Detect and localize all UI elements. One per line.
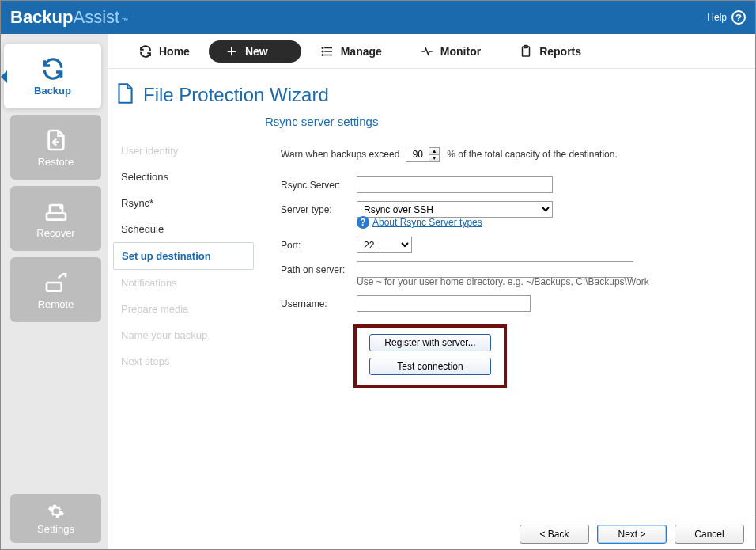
menu-home[interactable]: Home xyxy=(119,40,209,63)
warn-value-input[interactable] xyxy=(406,146,429,161)
about-rsync-link[interactable]: About Rsync Server types xyxy=(372,217,482,228)
wizard-header: File Protection Wizard xyxy=(108,69,755,115)
sidebar-item-restore[interactable]: Restore xyxy=(10,115,101,180)
step-rsync[interactable]: Rsync* xyxy=(113,190,254,216)
sidebar-remote-label: Remote xyxy=(38,298,74,310)
menu-reports[interactable]: Reports xyxy=(500,40,600,63)
app-body: Backup Restore Recover Remote Settings xyxy=(1,34,755,549)
cancel-button[interactable]: Cancel xyxy=(675,525,744,544)
sidebar-item-remote[interactable]: Remote xyxy=(10,257,101,322)
warn-label-pre: Warn when backups exceed xyxy=(281,149,399,160)
menu-home-label: Home xyxy=(159,45,190,58)
register-server-button[interactable]: Register with server... xyxy=(369,334,491,351)
step-setup-destination[interactable]: Set up destination xyxy=(113,242,254,270)
logo-text-b: Assist xyxy=(73,7,119,28)
menu-new-label: New xyxy=(245,45,268,58)
sidebar-item-backup[interactable]: Backup xyxy=(4,44,101,108)
clipboard-icon xyxy=(519,44,533,59)
username-label: Username: xyxy=(281,298,357,309)
warn-spin-up[interactable]: ▲ xyxy=(429,147,440,154)
refresh-small-icon xyxy=(138,44,153,59)
warn-spinner[interactable]: ▲ ▼ xyxy=(406,146,440,162)
menu-reports-label: Reports xyxy=(539,45,581,58)
menu-manage[interactable]: Manage xyxy=(301,40,401,63)
form-area: Warn when backups exceed ▲ ▼ % of the t xyxy=(259,130,755,518)
wizard-steps: User identity Selections Rsync* Schedule… xyxy=(108,130,259,518)
step-selections[interactable]: Selections xyxy=(113,164,254,190)
svg-point-10 xyxy=(322,51,323,52)
help-icon: ? xyxy=(731,10,746,25)
menu-new[interactable]: New xyxy=(209,40,301,63)
content-body: User identity Selections Rsync* Schedule… xyxy=(108,130,755,518)
step-user-identity[interactable]: User identity xyxy=(113,138,254,164)
svg-point-11 xyxy=(322,54,323,55)
app-logo: Backup Assist ™ xyxy=(10,7,128,28)
rsync-server-input[interactable] xyxy=(357,176,553,193)
left-sidebar: Backup Restore Recover Remote Settings xyxy=(1,34,108,549)
port-select[interactable]: 22 xyxy=(357,237,412,253)
path-label: Path on server: xyxy=(281,264,357,275)
svg-rect-3 xyxy=(47,283,62,291)
step-prepare-media[interactable]: Prepare media xyxy=(113,296,254,322)
step-schedule[interactable]: Schedule xyxy=(113,216,254,242)
path-hint: Use ~ for your user home directory. e.g.… xyxy=(357,276,733,287)
monitor-icon xyxy=(420,44,434,59)
sidebar-item-settings[interactable]: Settings xyxy=(10,494,101,543)
sidebar-restore-label: Restore xyxy=(38,156,74,168)
document-icon xyxy=(115,82,135,108)
menu-monitor-label: Monitor xyxy=(440,45,481,58)
warn-row: Warn when backups exceed ▲ ▼ % of the t xyxy=(281,146,733,162)
gear-icon xyxy=(47,503,65,520)
help-button[interactable]: Help ? xyxy=(707,10,746,25)
info-icon: ? xyxy=(357,216,369,229)
content-wrap: File Protection Wizard Rsync server sett… xyxy=(108,69,755,549)
list-icon xyxy=(320,44,335,59)
main-panel: Home New Manage xyxy=(108,34,755,549)
sidebar-item-recover[interactable]: Recover xyxy=(10,186,101,251)
step-next-steps[interactable]: Next steps xyxy=(113,348,254,374)
titlebar: Backup Assist ™ Help ? xyxy=(1,1,755,34)
svg-point-2 xyxy=(60,206,62,208)
server-type-select[interactable]: Rsync over SSH xyxy=(357,201,553,218)
svg-point-9 xyxy=(322,47,323,48)
username-input[interactable] xyxy=(357,295,531,312)
app-window: Backup Assist ™ Help ? Backup Restore Re… xyxy=(0,0,756,550)
step-notifications[interactable]: Notifications xyxy=(113,270,254,296)
warn-label-post: % of the total capacity of the destinati… xyxy=(447,149,617,160)
sidebar-backup-label: Backup xyxy=(34,85,71,97)
warn-spin-down[interactable]: ▼ xyxy=(429,154,440,161)
refresh-icon xyxy=(40,56,66,82)
sidebar-recover-label: Recover xyxy=(36,227,74,239)
sidebar-settings-label: Settings xyxy=(37,523,74,535)
port-label: Port: xyxy=(281,240,357,251)
next-button[interactable]: Next > xyxy=(597,525,667,544)
logo-tm: ™ xyxy=(121,17,128,25)
help-label: Help xyxy=(707,12,727,23)
wizard-subtitle: Rsync server settings xyxy=(265,115,755,130)
logo-text-a: Backup xyxy=(10,7,73,28)
action-highlight-box: Register with server... Test connection xyxy=(353,324,507,388)
menu-monitor[interactable]: Monitor xyxy=(401,40,500,63)
wizard-footer: < Back Next > Cancel xyxy=(108,518,755,549)
rsync-server-label: Rsync Server: xyxy=(281,180,357,191)
menu-manage-label: Manage xyxy=(341,45,382,58)
wizard-title: File Protection Wizard xyxy=(143,84,329,106)
plus-icon xyxy=(225,44,239,59)
server-type-label: Server type: xyxy=(281,204,357,215)
remote-icon xyxy=(43,270,69,295)
path-input[interactable] xyxy=(357,261,633,278)
recover-icon xyxy=(43,199,69,224)
top-menu: Home New Manage xyxy=(108,34,755,69)
test-connection-button[interactable]: Test connection xyxy=(369,358,491,375)
back-button[interactable]: < Back xyxy=(520,525,589,544)
step-name-backup[interactable]: Name your backup xyxy=(113,322,254,348)
restore-icon xyxy=(43,127,69,153)
